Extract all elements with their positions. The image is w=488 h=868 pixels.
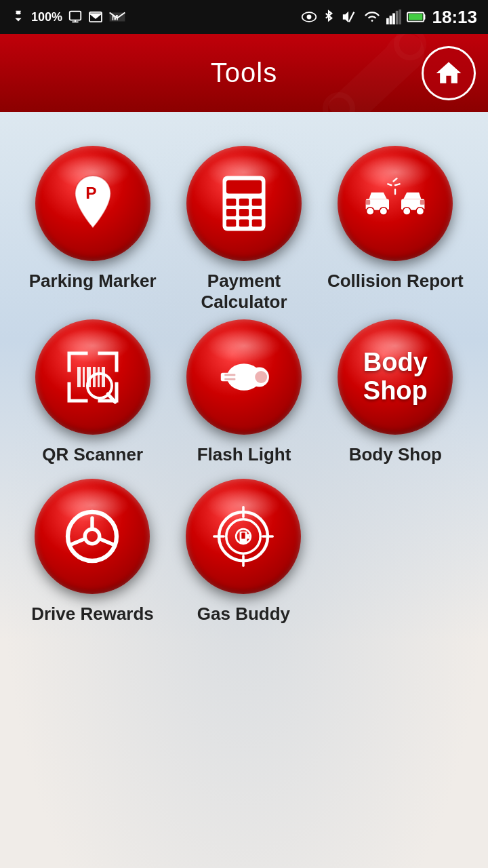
parking-marker-label: Parking Marker — [29, 271, 157, 292]
svg-rect-12 — [399, 9, 401, 24]
svg-rect-19 — [226, 180, 262, 194]
tools-grid-row2: Drive Rewards — [14, 472, 474, 631]
svg-rect-41 — [77, 367, 81, 387]
gas-icon — [213, 506, 274, 567]
svg-line-37 — [394, 178, 397, 181]
collision-report-button[interactable] — [338, 146, 453, 261]
svg-rect-11 — [395, 11, 398, 24]
status-icons-left: 100% M — [11, 8, 126, 26]
gas-buddy-label: Gas Buddy — [197, 604, 290, 625]
clock: 18:13 — [432, 7, 478, 28]
svg-rect-22 — [252, 199, 262, 206]
flashlight-icon — [214, 347, 274, 408]
drive-rewards-button[interactable] — [35, 479, 150, 594]
status-icons-right: 18:13 — [301, 7, 478, 28]
page-title: Tools — [211, 58, 277, 88]
svg-rect-45 — [98, 367, 100, 387]
collision-report-label: Collision Report — [327, 271, 464, 292]
steering-icon — [62, 506, 123, 567]
svg-text:P: P — [85, 184, 96, 202]
svg-line-39 — [388, 184, 392, 185]
svg-point-56 — [85, 529, 100, 544]
battery-text: 100% — [31, 10, 62, 24]
svg-rect-67 — [242, 533, 245, 539]
svg-rect-27 — [239, 219, 249, 226]
tool-item-body-shop[interactable]: Body Shop Body Shop — [323, 319, 468, 465]
qr-icon — [62, 347, 123, 408]
flash-light-button[interactable] — [186, 319, 302, 435]
svg-rect-24 — [239, 209, 249, 216]
app-header: Tools — [0, 34, 488, 112]
svg-line-38 — [395, 184, 400, 185]
svg-rect-8 — [386, 18, 389, 24]
parking-marker-button[interactable]: P — [35, 146, 150, 261]
svg-rect-25 — [252, 209, 262, 216]
body-shop-icon-text: Body Shop — [363, 349, 428, 406]
svg-point-30 — [367, 208, 374, 215]
collision-icon — [365, 173, 426, 234]
svg-rect-46 — [102, 367, 105, 387]
svg-point-1 — [18, 12, 21, 15]
svg-line-7 — [349, 12, 354, 22]
svg-rect-21 — [239, 199, 249, 206]
tool-item-parking-marker[interactable]: P Parking Marker — [20, 146, 165, 313]
body-shop-button[interactable]: Body Shop — [338, 319, 453, 435]
tools-grid-row1: P Parking Marker — [14, 139, 474, 472]
svg-rect-23 — [226, 209, 236, 216]
body-shop-label: Body Shop — [349, 444, 442, 465]
svg-rect-32 — [366, 200, 371, 205]
home-button[interactable] — [422, 46, 476, 100]
svg-line-58 — [70, 539, 85, 545]
payment-calculator-label: Payment Calculator — [171, 271, 316, 313]
gas-buddy-button[interactable] — [186, 479, 301, 594]
calculator-icon — [214, 173, 274, 234]
drive-rewards-label: Drive Rewards — [31, 604, 154, 625]
qr-scanner-button[interactable] — [35, 319, 150, 435]
svg-rect-42 — [83, 367, 85, 387]
tool-item-qr-scanner[interactable]: QR Scanner — [20, 319, 165, 465]
svg-point-6 — [306, 15, 311, 20]
svg-rect-28 — [252, 219, 262, 226]
payment-calculator-button[interactable] — [186, 146, 302, 261]
svg-rect-53 — [224, 374, 235, 376]
tool-item-collision-report[interactable]: Collision Report — [323, 146, 468, 313]
tool-item-payment-calculator[interactable]: Payment Calculator — [171, 146, 316, 313]
tool-item-drive-rewards[interactable]: Drive Rewards — [20, 479, 165, 625]
status-bar: 100% M 18:13 — [0, 0, 488, 34]
svg-rect-26 — [226, 219, 236, 226]
svg-point-31 — [380, 208, 387, 215]
svg-rect-9 — [389, 16, 392, 24]
svg-rect-54 — [224, 378, 235, 380]
home-icon — [434, 58, 464, 88]
tool-item-flash-light[interactable]: Flash Light — [171, 319, 316, 465]
svg-rect-14 — [408, 14, 422, 20]
svg-point-35 — [403, 208, 411, 215]
svg-rect-36 — [420, 200, 425, 205]
main-content: P Parking Marker — [0, 112, 488, 868]
svg-text:M: M — [112, 14, 118, 22]
tool-item-gas-buddy[interactable]: Gas Buddy — [171, 479, 316, 625]
svg-point-0 — [16, 12, 18, 15]
parking-icon: P — [62, 173, 123, 234]
svg-line-59 — [100, 539, 115, 545]
qr-scanner-label: QR Scanner — [42, 444, 143, 465]
flash-light-label: Flash Light — [197, 444, 291, 465]
svg-point-34 — [416, 208, 424, 215]
header-bg-icon — [298, 34, 434, 112]
svg-rect-10 — [392, 14, 395, 25]
svg-point-51 — [255, 371, 267, 383]
svg-rect-2 — [70, 12, 81, 20]
svg-rect-20 — [226, 199, 236, 206]
